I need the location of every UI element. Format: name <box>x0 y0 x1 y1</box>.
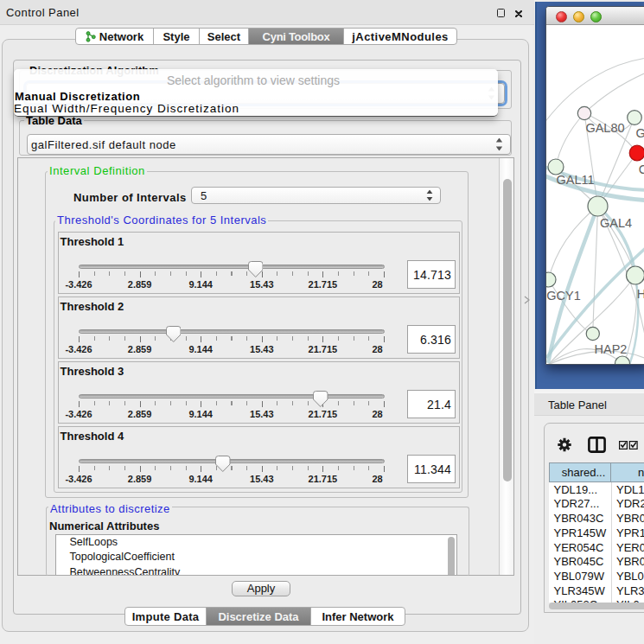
svg-text:H: H <box>637 286 644 300</box>
svg-text:GAL4: GAL4 <box>600 215 632 229</box>
svg-text:GAL11: GAL11 <box>556 173 594 187</box>
svg-text:HAP2: HAP2 <box>595 341 628 355</box>
svg-text:GCY1: GCY1 <box>546 288 581 302</box>
svg-text:C: C <box>639 162 644 175</box>
svg-text:GA: GA <box>636 125 644 139</box>
svg-text:GAL80: GAL80 <box>585 121 624 135</box>
